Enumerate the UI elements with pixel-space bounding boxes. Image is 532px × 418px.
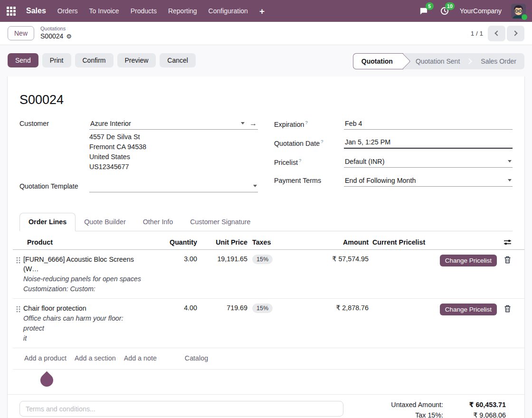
customer-label: Customer	[19, 119, 89, 172]
quotation-date-field[interactable]: Jan 5, 1:25 PM	[344, 138, 513, 149]
statusbar: Quotation Quotation Sent Sales Order	[353, 53, 524, 69]
change-pricelist-button[interactable]: Change Pricelist	[440, 304, 497, 315]
status-quotation[interactable]: Quotation	[353, 53, 403, 69]
breadcrumb-quotations[interactable]: Quotations	[40, 26, 72, 32]
add-a-product-link[interactable]: Add a product	[24, 354, 66, 362]
unit-price-cell[interactable]: 19,191.65	[197, 255, 247, 263]
drag-handle-icon[interactable]	[13, 304, 23, 313]
online-status-dot	[522, 14, 527, 20]
delete-row-icon[interactable]	[497, 304, 518, 313]
payment-terms-value: End of Following Month	[345, 177, 505, 184]
delete-row-icon[interactable]	[497, 255, 518, 264]
payment-terms-field[interactable]: End of Following Month	[344, 176, 513, 187]
messages-icon[interactable]: 5	[418, 5, 429, 17]
dropdown-caret-icon[interactable]	[508, 160, 512, 162]
column-options-icon[interactable]	[497, 238, 518, 246]
tax-value: ₹ 9,068.06	[449, 411, 506, 418]
company-name[interactable]: YourCompany	[460, 7, 502, 15]
quotation-date-label-text: Quotation Date	[274, 140, 320, 147]
status-sales-order[interactable]: Sales Order	[469, 53, 524, 69]
description-line: Customization: Custom:	[23, 284, 143, 294]
control-panel: New Quotations S00024 ⚙ 1 / 1	[0, 22, 532, 45]
quantity-cell[interactable]: 4.00	[143, 304, 197, 312]
address-line: 4557 De Silva St	[89, 132, 258, 142]
customer-field[interactable]: Azure Interior →	[89, 119, 258, 130]
expiration-value: Feb 4	[345, 120, 512, 127]
quantity-cell[interactable]: 3.00	[143, 255, 197, 263]
terms-and-conditions-input[interactable]	[19, 401, 343, 417]
pricelist-label: Pricelist?	[274, 157, 344, 168]
product-description[interactable]: Noise-reducing panels for open spaces Cu…	[23, 265, 143, 294]
dropdown-caret-icon[interactable]	[508, 179, 512, 181]
add-a-section-link[interactable]: Add a section	[75, 354, 116, 362]
record-name: S00024	[40, 32, 63, 41]
tab-quote-builder[interactable]: Quote Builder	[76, 213, 134, 231]
pager-previous-button[interactable]	[488, 26, 505, 41]
drop-zone	[13, 370, 524, 394]
dropdown-caret-icon[interactable]	[253, 185, 257, 187]
tab-other-info[interactable]: Other Info	[134, 213, 182, 231]
menu-to-invoice[interactable]: To Invoice	[89, 7, 119, 15]
send-button[interactable]: Send	[8, 53, 38, 67]
gear-icon[interactable]: ⚙	[66, 33, 72, 40]
add-a-note-link[interactable]: Add a note	[124, 354, 157, 362]
header-unit-price[interactable]: Unit Price	[197, 238, 247, 246]
header-quantity[interactable]: Quantity	[143, 238, 197, 246]
confirm-button[interactable]: Confirm	[75, 53, 114, 67]
quotation-date-label: Quotation Date?	[274, 138, 344, 149]
untaxed-amount-value: ₹ 60,453.71	[449, 401, 506, 408]
product-name[interactable]: Chair floor protection	[23, 304, 86, 312]
sheet-bottom: Untaxed Amount: ₹ 60,453.71 Tax 15%: ₹ 9…	[8, 394, 524, 418]
quotation-template-label: Quotation Template	[19, 181, 89, 192]
unit-price-cell[interactable]: 719.69	[197, 304, 247, 312]
print-button[interactable]: Print	[42, 53, 71, 67]
untaxed-amount-label: Untaxed Amount:	[391, 401, 443, 408]
menu-orders[interactable]: Orders	[57, 7, 78, 15]
new-button[interactable]: New	[8, 26, 34, 40]
dropdown-caret-icon[interactable]	[241, 122, 245, 124]
menu-products[interactable]: Products	[131, 7, 157, 15]
drag-handle-icon[interactable]	[13, 255, 23, 264]
expiration-label-text: Expiration	[274, 121, 304, 128]
pricelist-value: Default (INR)	[345, 158, 505, 165]
internal-link-icon[interactable]: →	[249, 120, 257, 127]
app-name-sales[interactable]: Sales	[26, 7, 46, 15]
taxes-cell[interactable]: 15%	[247, 255, 314, 264]
header-taxes[interactable]: Taxes	[247, 238, 314, 246]
table-footer-links: Add a product Add a section Add a note C…	[13, 348, 524, 370]
status-quotation-label: Quotation	[361, 57, 393, 65]
catalog-link[interactable]: Catalog	[185, 354, 208, 362]
tax-label: Tax 15%:	[415, 411, 443, 418]
status-quotation-sent[interactable]: Quotation Sent	[403, 53, 469, 69]
header-current-pricelist[interactable]: Current Pricelist	[369, 238, 497, 246]
payment-terms-label: Payment Terms	[274, 176, 344, 187]
quotation-date-value: Jan 5, 1:25 PM	[345, 138, 512, 146]
pager-next-button[interactable]	[507, 26, 524, 41]
change-pricelist-button[interactable]: Change Pricelist	[440, 255, 497, 266]
order-line-row: [FURN_6666] Acoustic Bloc Screens (W… No…	[13, 250, 524, 299]
header-product[interactable]: Product	[23, 238, 143, 246]
expiration-field[interactable]: Feb 4	[344, 119, 513, 130]
description-line: Noise-reducing panels for open spaces	[23, 274, 143, 284]
customer-value: Azure Interior	[90, 120, 238, 127]
action-strip: Send Print Confirm Preview Cancel Quotat…	[0, 45, 532, 76]
tab-order-lines[interactable]: Order Lines	[19, 213, 76, 231]
avatar[interactable]	[511, 4, 526, 19]
apps-grid-icon[interactable]	[7, 7, 16, 16]
quotation-template-field[interactable]	[89, 181, 258, 192]
activities-icon[interactable]: 10	[439, 5, 450, 17]
tab-customer-signature[interactable]: Customer Signature	[181, 213, 259, 231]
status-quotation-sent-label: Quotation Sent	[416, 57, 460, 65]
order-lines-table: Product Quantity Unit Price Taxes Amount…	[13, 231, 524, 394]
pricelist-field[interactable]: Default (INR)	[344, 157, 513, 168]
menu-reporting[interactable]: Reporting	[168, 7, 197, 15]
cancel-button[interactable]: Cancel	[160, 53, 196, 67]
plus-icon[interactable]: +	[259, 7, 265, 16]
taxes-cell[interactable]: 15%	[247, 304, 314, 313]
menu-configuration[interactable]: Configuration	[209, 7, 248, 15]
preview-button[interactable]: Preview	[117, 53, 156, 67]
messages-badge: 5	[426, 2, 434, 10]
form-sheet: S00024 Customer Azure Interior → 4557 De…	[7, 76, 525, 418]
breadcrumb-current: S00024 ⚙	[40, 32, 72, 41]
header-amount[interactable]: Amount	[314, 238, 369, 246]
